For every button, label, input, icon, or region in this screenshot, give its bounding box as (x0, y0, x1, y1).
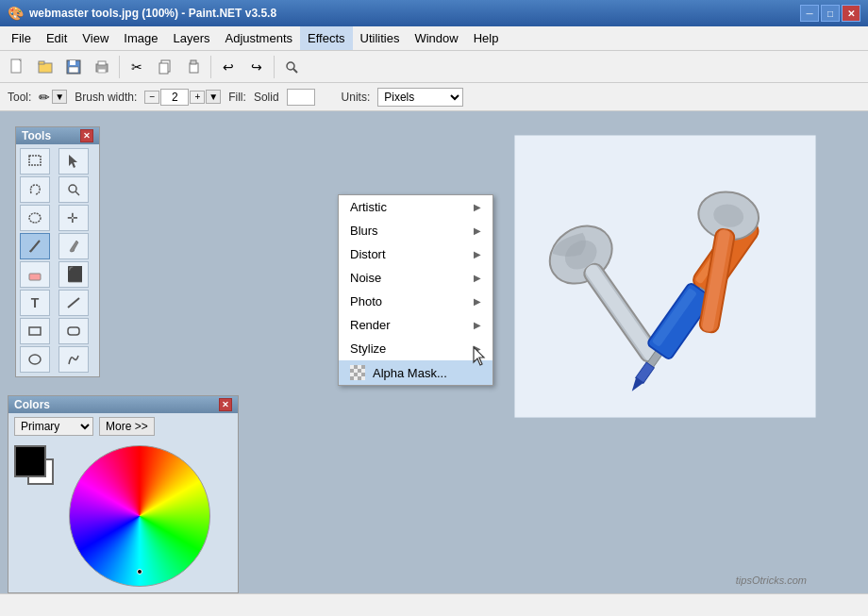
photo-arrow: ▶ (474, 296, 481, 307)
svg-rect-10 (159, 63, 168, 74)
color-swatches-area (14, 445, 61, 492)
colors-more-button[interactable]: More >> (99, 417, 155, 436)
svg-point-17 (69, 185, 76, 192)
copy-button[interactable] (152, 54, 178, 80)
effects-photo-item[interactable]: Photo ▶ (339, 290, 492, 313)
primary-color-swatch[interactable] (14, 445, 46, 477)
menu-edit[interactable]: Edit (39, 26, 75, 50)
tool-pointer[interactable] (58, 148, 89, 175)
colors-body (8, 440, 238, 592)
units-select[interactable]: Pixels Inches Centimeters (377, 88, 463, 107)
cut-button[interactable]: ✂ (124, 54, 150, 80)
brush-width-input[interactable] (160, 89, 189, 106)
svg-line-25 (68, 298, 79, 308)
colors-close-button[interactable]: ✕ (219, 398, 232, 411)
tools-close-button[interactable]: ✕ (80, 129, 93, 142)
svg-rect-8 (98, 69, 106, 73)
colors-controls: Primary Secondary More >> (8, 413, 238, 440)
new-button[interactable] (4, 54, 30, 80)
tool-rectangle[interactable] (20, 318, 50, 344)
save-button[interactable] (60, 54, 87, 80)
brush-width-label: Brush width: (75, 91, 137, 104)
menu-adjustments[interactable]: Adjustments (217, 26, 300, 50)
menu-window[interactable]: Window (407, 26, 465, 50)
tool-move[interactable]: ✛ (58, 205, 89, 231)
close-button[interactable]: ✕ (842, 5, 860, 22)
fill-selector[interactable] (287, 89, 315, 106)
tool-eraser[interactable] (20, 261, 50, 288)
maximize-button[interactable]: □ (821, 5, 840, 22)
tooloptbar: Tool: ✏ ▼ Brush width: − + ▼ Fill: Solid… (0, 83, 868, 111)
colors-header: Colors ✕ (8, 396, 238, 413)
print-button[interactable] (89, 54, 115, 80)
svg-rect-2 (39, 61, 44, 64)
tool-text[interactable]: T (20, 290, 50, 316)
effects-noise-item[interactable]: Noise ▶ (339, 266, 492, 290)
tools-image (514, 135, 816, 418)
tool-label: Tool: (8, 91, 31, 104)
statusbar (0, 593, 868, 616)
brush-width-stepper[interactable]: − + ▼ (144, 89, 221, 106)
zoom-button[interactable] (278, 54, 305, 80)
tools-title: Tools (22, 129, 51, 142)
color-wheel[interactable] (69, 445, 210, 587)
watermark-text: tipsOtricks.com (736, 574, 807, 586)
brush-decrease-button[interactable]: − (144, 91, 159, 104)
artistic-arrow: ▶ (474, 202, 481, 212)
paste-button[interactable] (180, 54, 207, 80)
menu-image[interactable]: Image (116, 26, 165, 50)
stylize-arrow: ▶ (474, 343, 481, 354)
colors-mode-select[interactable]: Primary Secondary (14, 417, 93, 436)
menubar: File Edit View Image Layers Adjustments … (0, 26, 868, 51)
effects-artistic-item[interactable]: Artistic ▶ (339, 195, 492, 219)
brush-increase-button[interactable]: + (190, 91, 205, 104)
svg-rect-0 (11, 59, 21, 73)
svg-line-14 (293, 69, 297, 73)
effects-blurs-item[interactable]: Blurs ▶ (339, 219, 492, 242)
photo-label: Photo (350, 294, 382, 308)
svg-rect-4 (70, 60, 75, 65)
fill-label: Fill: (228, 91, 246, 104)
title-text: webmaster tools.jpg (100%) - Paint.NET v… (29, 7, 800, 20)
tool-rectangle-select[interactable] (20, 148, 50, 175)
effects-render-item[interactable]: Render ▶ (339, 313, 492, 337)
tool-pencil[interactable] (20, 233, 50, 259)
tool-zoom[interactable] (58, 176, 89, 203)
effects-distort-item[interactable]: Distort ▶ (339, 242, 492, 266)
menu-view[interactable]: View (75, 26, 116, 50)
undo-button[interactable]: ↩ (215, 54, 242, 80)
menu-file[interactable]: File (4, 26, 39, 50)
redo-button[interactable]: ↪ (243, 54, 270, 80)
menu-effects[interactable]: Effects (300, 26, 353, 50)
tool-selector[interactable]: ✏ ▼ (39, 90, 67, 105)
open-button[interactable] (32, 54, 58, 80)
svg-line-18 (75, 191, 79, 195)
main-area: Tools ✕ ✛ (0, 111, 868, 616)
effects-alpha-mask-item[interactable]: Alpha Mask... (339, 360, 492, 385)
menu-help[interactable]: Help (466, 26, 507, 50)
tool-paintbrush[interactable] (58, 233, 89, 259)
blurs-arrow: ▶ (474, 225, 481, 236)
svg-point-13 (287, 62, 294, 70)
alpha-mask-icon (350, 365, 365, 380)
menu-utilities[interactable]: Utilities (353, 26, 408, 50)
brush-dropdown-arrow[interactable]: ▼ (206, 90, 221, 104)
tool-ellipse-select[interactable] (20, 205, 50, 231)
colors-panel: Colors ✕ Primary Secondary More >> (8, 395, 239, 593)
separator-1 (119, 56, 120, 78)
tool-ellipse2[interactable] (20, 346, 50, 373)
render-arrow: ▶ (474, 320, 481, 330)
tool-line[interactable] (58, 290, 89, 316)
tool-lasso[interactable] (20, 176, 50, 203)
minimize-button[interactable]: ─ (800, 5, 819, 22)
effects-stylize-item[interactable]: Stylize ▶ (339, 337, 492, 360)
tool-fill[interactable]: ⬛ (58, 261, 89, 288)
tool-dropdown-arrow[interactable]: ▼ (52, 90, 67, 104)
menu-layers[interactable]: Layers (165, 26, 217, 50)
color-indicator (137, 569, 142, 574)
alpha-mask-label: Alpha Mask... (373, 366, 447, 380)
tool-rounded-rect[interactable] (58, 318, 89, 344)
blurs-label: Blurs (350, 224, 378, 238)
units-label: Units: (342, 91, 371, 104)
tool-freeform[interactable] (58, 346, 89, 373)
